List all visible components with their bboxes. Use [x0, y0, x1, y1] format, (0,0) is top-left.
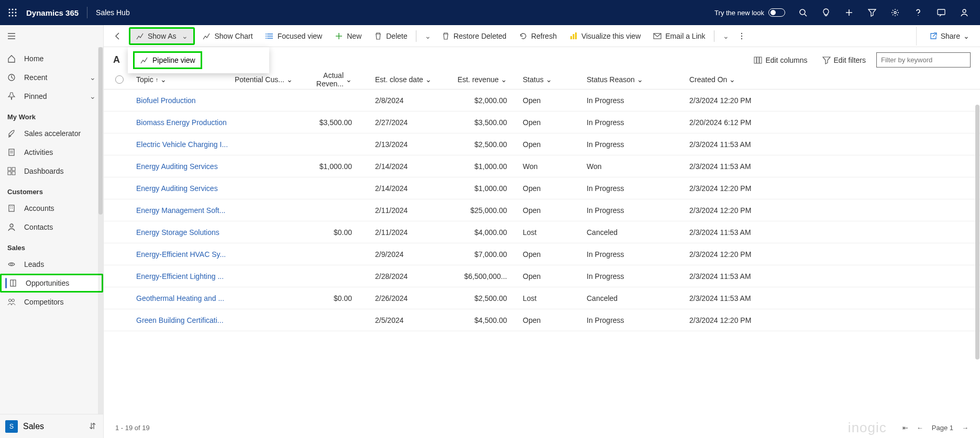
topic-link[interactable]: Biofuel Production [136, 96, 196, 105]
col-label: Topic [136, 75, 153, 84]
filter-keyword-input[interactable] [876, 52, 971, 68]
topic-link[interactable]: Energy-Efficient HVAC Sy... [136, 250, 226, 259]
sidebar-item-sales-accelerator[interactable]: Sales accelerator [0, 124, 103, 143]
column-created-on[interactable]: Created On⌄ [689, 75, 789, 84]
chevron-down-icon: ⌄ [963, 32, 970, 40]
help-icon[interactable] [907, 0, 930, 25]
svg-point-15 [963, 9, 966, 13]
email-chevron[interactable]: ⌄ [718, 27, 732, 45]
column-customer[interactable]: Potential Cus...⌄ [235, 75, 309, 84]
table-row[interactable]: Energy Auditing Services 2/14/2024 $1,00… [104, 177, 980, 199]
sidebar-item-home[interactable]: Home [0, 49, 103, 68]
show-chart-button[interactable]: Show Chart [197, 27, 258, 45]
grid: Topic↑⌄ Potential Cus...⌄ Actual Reven..… [104, 70, 980, 417]
sidebar-scrollbar[interactable] [98, 47, 103, 414]
cell-reason: In Progress [587, 118, 689, 127]
sidebar-item-activities[interactable]: Activities [0, 143, 103, 162]
sidebar-item-contacts[interactable]: Contacts [0, 218, 103, 237]
back-button[interactable] [109, 27, 127, 45]
delete-chevron[interactable]: ⌄ [420, 27, 434, 45]
topic-link[interactable]: Biomass Energy Production [136, 118, 227, 127]
delete-button[interactable]: Delete [369, 27, 412, 45]
topic-link[interactable]: Green Building Certificati... [136, 316, 224, 324]
column-status-reason[interactable]: Status Reason⌄ [587, 75, 689, 84]
refresh-icon [519, 32, 527, 40]
pager: ⇤ ← Page 1 → [902, 424, 968, 432]
user-icon[interactable] [953, 0, 976, 25]
svg-point-46 [741, 38, 742, 39]
area-badge: S [5, 420, 18, 433]
topic-link[interactable]: Energy-Efficient Lighting ... [136, 272, 224, 280]
col-label: Actual Reven... [309, 71, 344, 88]
sidebar-item-pinned[interactable]: Pinned⌄ [0, 87, 103, 106]
sidebar-item-opportunities[interactable]: Opportunities [0, 274, 103, 293]
try-new-look-toggle[interactable]: Try the new look [714, 8, 785, 17]
topic-link[interactable]: Electric Vehicle Charging I... [136, 140, 228, 149]
plus-icon[interactable] [838, 0, 861, 25]
focused-view-button[interactable]: Focused view [260, 27, 328, 45]
prev-page-button[interactable]: ← [917, 424, 923, 432]
topic-link[interactable]: Energy Management Soft... [136, 206, 225, 215]
lightbulb-icon[interactable] [814, 0, 838, 25]
area-switcher[interactable]: S Sales ⇵ [0, 414, 103, 438]
topic-link[interactable]: Energy Auditing Services [136, 162, 218, 171]
next-page-button[interactable]: → [962, 424, 968, 432]
hamburger-button[interactable] [0, 25, 103, 47]
table-row[interactable]: Energy Storage Solutions $0.00 2/11/2024… [104, 221, 980, 243]
settings-icon[interactable] [884, 0, 907, 25]
view-title[interactable]: A [113, 54, 120, 65]
sidebar-item-dashboards[interactable]: Dashboards [0, 162, 103, 181]
column-topic[interactable]: Topic↑⌄ [132, 75, 235, 84]
edit-columns-button[interactable]: Edit columns [750, 56, 811, 64]
app-launcher-icon[interactable] [4, 4, 21, 21]
sidebar-item-competitors[interactable]: Competitors [0, 293, 103, 311]
sidebar-item-accounts[interactable]: Accounts [0, 199, 103, 218]
cell-reason: In Progress [587, 140, 689, 149]
svg-line-10 [805, 14, 807, 16]
first-page-button[interactable]: ⇤ [902, 424, 908, 432]
select-all-checkbox[interactable] [104, 75, 132, 84]
column-status[interactable]: Status⌄ [519, 75, 587, 84]
sidebar-item-leads[interactable]: Leads [0, 255, 103, 274]
restore-deleted-button[interactable]: Restore Deleted [436, 27, 512, 45]
leads-icon [7, 260, 16, 268]
svg-point-44 [741, 32, 742, 33]
overflow-button[interactable] [734, 27, 749, 45]
table-row[interactable]: Energy-Efficient HVAC Sy... 2/9/2024 $7,… [104, 243, 980, 265]
table-row[interactable]: Energy Management Soft... 2/11/2024 $25,… [104, 199, 980, 221]
cmd-label: New [347, 32, 361, 40]
show-as-button[interactable]: Show As⌄ [129, 27, 195, 45]
cell-actual-revenue: $1,000.00 [309, 162, 375, 171]
content-scrollbar[interactable] [975, 25, 980, 438]
table-row[interactable]: Geothermal Heating and ... $0.00 2/26/20… [104, 287, 980, 309]
cell-est-revenue: $1,000.00 [455, 162, 519, 171]
topic-link[interactable]: Energy Auditing Services [136, 184, 218, 193]
table-row[interactable]: Energy Auditing Services $1,000.00 2/14/… [104, 155, 980, 177]
share-button[interactable]: Share⌄ [924, 32, 975, 40]
table-row[interactable]: Electric Vehicle Charging I... 2/13/2024… [104, 133, 980, 155]
new-button[interactable]: New [329, 27, 367, 45]
filter-icon[interactable] [861, 0, 884, 25]
cell-status: Open [519, 272, 587, 280]
topic-link[interactable]: Geothermal Heating and ... [136, 294, 224, 302]
chat-icon[interactable] [930, 0, 953, 25]
table-row[interactable]: Green Building Certificati... 2/5/2024 $… [104, 309, 980, 331]
pipeline-view-option[interactable]: Pipeline view [133, 51, 202, 69]
column-actual-revenue[interactable]: Actual Reven...⌄ [309, 71, 375, 88]
column-est-revenue[interactable]: Est. revenue⌄ [455, 75, 519, 84]
visualize-button[interactable]: Visualize this view [564, 27, 646, 45]
table-row[interactable]: Energy-Efficient Lighting ... 2/28/2024 … [104, 265, 980, 287]
table-row[interactable]: Biofuel Production 2/8/2024 $2,000.00 Op… [104, 89, 980, 111]
search-icon[interactable] [791, 0, 814, 25]
refresh-button[interactable]: Refresh [514, 27, 562, 45]
topic-link[interactable]: Energy Storage Solutions [136, 228, 219, 237]
cell-status: Open [519, 118, 587, 127]
email-link-button[interactable]: Email a Link [648, 27, 710, 45]
cell-actual-revenue: $3,500.00 [309, 118, 375, 127]
app-name[interactable]: Sales Hub [96, 8, 130, 17]
column-est-close-date[interactable]: Est. close date⌄ [375, 75, 455, 84]
edit-filters-button[interactable]: Edit filters [818, 56, 870, 64]
table-row[interactable]: Biomass Energy Production $3,500.00 2/27… [104, 111, 980, 133]
cell-created: 2/3/2024 11:53 AM [689, 228, 789, 237]
sidebar-item-recent[interactable]: Recent⌄ [0, 68, 103, 87]
